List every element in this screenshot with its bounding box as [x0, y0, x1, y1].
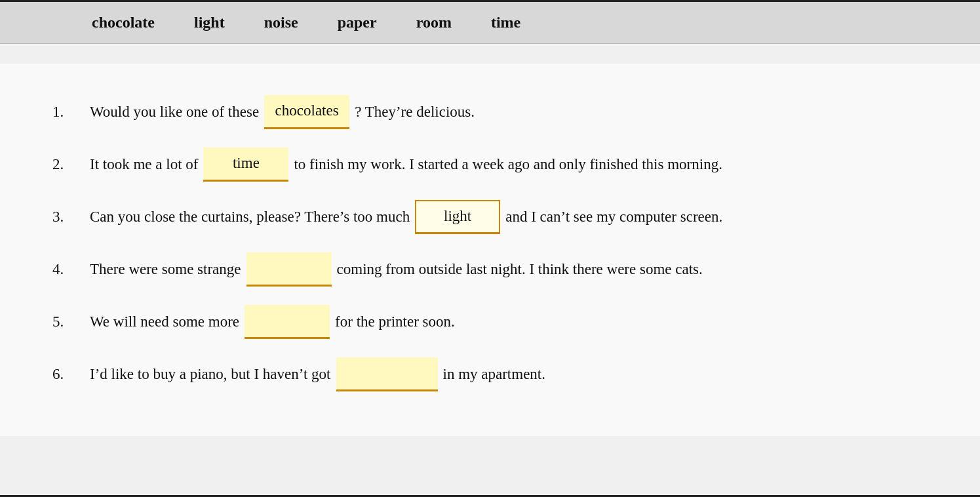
- sentence-4: 4. There were some strange coming from o…: [52, 252, 928, 287]
- sentence-2: 2. It took me a lot of time to finish my…: [52, 148, 928, 182]
- sentence-5-after: for the printer soon.: [335, 311, 455, 334]
- sentence-2-before: It took me a lot of: [90, 153, 198, 176]
- sentence-6-number: 6.: [52, 363, 88, 386]
- sentence-6-blank[interactable]: [336, 357, 438, 391]
- sentence-3-before: Can you close the curtains, please? Ther…: [90, 206, 410, 229]
- sentence-6: 6. I’d like to buy a piano, but I haven’…: [52, 357, 928, 391]
- word-bank-word-chocolate[interactable]: chocolate: [92, 14, 155, 31]
- sentence-5-before: We will need some more: [90, 311, 239, 334]
- sentence-6-before: I’d like to buy a piano, but I haven’t g…: [90, 363, 331, 386]
- sentence-4-before: There were some strange: [90, 258, 241, 281]
- word-bank-word-noise[interactable]: noise: [264, 14, 298, 31]
- sentence-1-blank[interactable]: chocolates: [264, 95, 349, 129]
- sentence-4-blank[interactable]: [246, 252, 332, 287]
- sentence-1: 1. Would you like one of these chocolate…: [52, 95, 928, 129]
- sentence-6-after: in my apartment.: [443, 363, 546, 386]
- sentence-1-before: Would you like one of these: [90, 101, 259, 124]
- word-bank-word-room[interactable]: room: [416, 14, 452, 31]
- sentence-1-number: 1.: [52, 101, 88, 124]
- exercise-area: 1. Would you like one of these chocolate…: [0, 64, 980, 436]
- sentence-5: 5. We will need some more for the printe…: [52, 305, 928, 339]
- word-bank-word-time[interactable]: time: [491, 14, 520, 31]
- sentence-2-after: to finish my work. I started a week ago …: [294, 153, 722, 176]
- sentence-5-number: 5.: [52, 311, 88, 334]
- sentence-4-number: 4.: [52, 258, 88, 281]
- word-bank: chocolate light noise paper room time: [0, 0, 980, 44]
- sentence-2-number: 2.: [52, 153, 88, 176]
- sentence-3: 3. Can you close the curtains, please? T…: [52, 200, 928, 234]
- word-bank-word-paper[interactable]: paper: [338, 14, 377, 31]
- word-bank-word-light[interactable]: light: [194, 14, 225, 31]
- sentence-4-after: coming from outside last night. I think …: [337, 258, 703, 281]
- sentence-5-blank[interactable]: [245, 305, 330, 339]
- sentence-3-after: and I can’t see my computer screen.: [505, 206, 722, 229]
- sentence-1-after: ? They’re delicious.: [355, 101, 475, 124]
- sentence-3-number: 3.: [52, 206, 88, 229]
- sentence-2-blank[interactable]: time: [203, 148, 288, 182]
- sentence-3-blank[interactable]: light: [415, 200, 500, 234]
